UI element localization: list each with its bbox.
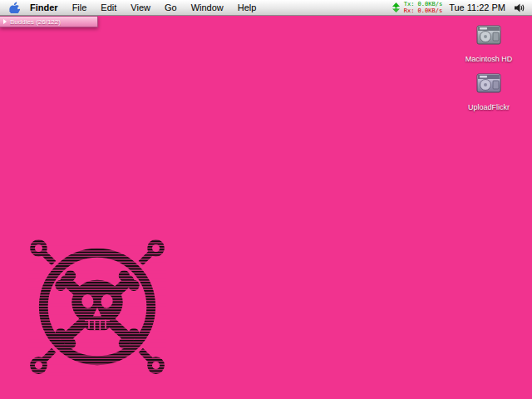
desktop-icon-label: Macintosh HD: [463, 55, 515, 63]
menu-item-view[interactable]: View: [131, 2, 150, 12]
desktop-icon-macintosh-hd[interactable]: Macintosh HD: [457, 22, 520, 65]
menu-bar: Finder File Edit View Go Window Help Tx:…: [0, 0, 532, 16]
rx-rate: Rx: 0.0KB/s: [404, 7, 442, 14]
network-rates[interactable]: Tx: 0.0KB/s Rx: 0.0KB/s: [404, 1, 442, 14]
desktop[interactable]: Finder File Edit View Go Window Help Tx:…: [0, 0, 532, 399]
apple-menu-icon[interactable]: [8, 2, 20, 13]
menu-item-help[interactable]: Help: [238, 2, 257, 12]
desktop-icon-uploadflickr[interactable]: UploadFlickr: [457, 70, 520, 113]
tx-rate: Tx: 0.0KB/s: [404, 1, 442, 7]
hard-drive-icon: [475, 22, 503, 48]
menu-item-window[interactable]: Window: [191, 2, 224, 12]
menu-clock[interactable]: Tue 11:22 PM: [449, 2, 505, 12]
buddies-window-collapsed[interactable]: Buddies (26/122): [0, 16, 98, 27]
buddies-window-title: Buddies (26/122): [10, 18, 61, 26]
menu-item-go[interactable]: Go: [165, 2, 177, 12]
menu-item-file[interactable]: File: [72, 2, 87, 12]
skull-crossbones-graphic: [28, 238, 166, 376]
desktop-icon-label: UploadFlickr: [466, 103, 512, 111]
hard-drive-icon: [475, 70, 503, 96]
menu-item-edit[interactable]: Edit: [101, 2, 116, 12]
volume-icon[interactable]: [514, 2, 525, 13]
network-meter-icon[interactable]: [392, 2, 401, 12]
menu-item-finder[interactable]: Finder: [30, 2, 58, 12]
disclosure-triangle-icon[interactable]: [3, 19, 7, 24]
